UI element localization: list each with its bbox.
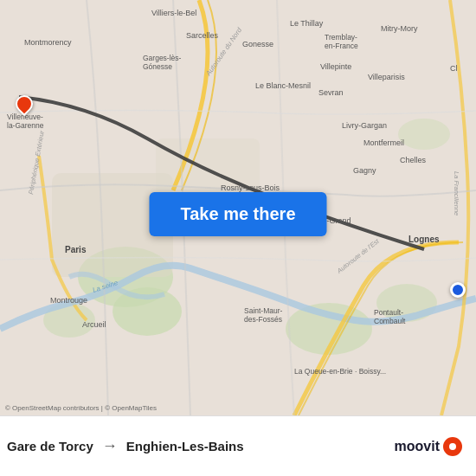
svg-text:Tremblay-: Tremblay- [325,33,357,42]
svg-text:Villiers-le-Bel: Villiers-le-Bel [151,9,196,17]
svg-text:© OpenStreetMap contributors |: © OpenStreetMap contributors | © OpenMap… [5,404,157,412]
svg-text:La Francilienne: La Francilienne [453,171,460,215]
moovit-logo: moovit [395,437,462,456]
svg-text:Gonesse: Gonesse [242,40,273,48]
svg-point-6 [398,119,450,150]
origin-marker [16,95,33,113]
svg-text:Montmorency: Montmorency [24,38,72,47]
take-me-there-button[interactable]: Take me there [149,192,326,236]
svg-text:Sevran: Sevran [318,88,344,97]
svg-text:Le Blanc-Mesnil: Le Blanc-Mesnil [255,81,311,90]
svg-text:Sarcelles: Sarcelles [186,31,219,40]
svg-text:en-France: en-France [325,42,358,50]
svg-text:La Queue-en-Brie · Boissy...: La Queue-en-Brie · Boissy... [294,367,386,376]
svg-text:la-Garenne: la-Garenne [7,121,44,130]
svg-text:Arcueil: Arcueil [82,320,106,329]
destination-marker [450,282,466,298]
moovit-wordmark: moovit [395,439,440,454]
svg-text:Lognes: Lognes [408,235,440,244]
svg-text:Pontault-: Pontault- [374,308,403,317]
svg-text:Cl: Cl [450,64,458,73]
bottom-bar: Gare de Torcy → Enghien-Les-Bains moovit [0,415,476,476]
svg-text:Le Thillay: Le Thillay [290,19,324,28]
moovit-dot-icon [443,437,462,456]
destination-station: Enghien-Les-Bains [126,439,244,453]
route-info: Gare de Torcy → Enghien-Les-Bains [7,437,395,455]
svg-text:Chelles: Chelles [400,156,427,164]
svg-text:Gónesse: Gónesse [143,62,172,71]
svg-text:Mitry-Mory: Mitry-Mory [381,24,418,33]
route-arrow-icon: → [102,437,118,455]
svg-text:Saint-Maur-: Saint-Maur- [244,306,283,315]
map-container: Montmorency Villiers-le-Bel Sarcelles Go… [0,0,476,415]
svg-text:des-Fossés: des-Fossés [244,315,282,324]
svg-text:Livry-Gargan: Livry-Gargan [342,121,387,130]
svg-text:Montrouge: Montrouge [50,296,87,305]
svg-text:Garges-lès-: Garges-lès- [143,54,182,62]
svg-text:Montfermeil: Montfermeil [363,138,404,147]
svg-text:Villeparisis: Villeparisis [368,73,405,81]
svg-text:Villepinte: Villepinte [320,62,351,71]
svg-text:Combault: Combault [374,317,406,325]
svg-text:Gagny: Gagny [353,166,376,175]
svg-text:Paris: Paris [65,245,87,254]
origin-station: Gare de Torcy [7,439,93,453]
svg-text:Rosny-sous-Bois: Rosny-sous-Bois [221,183,280,192]
